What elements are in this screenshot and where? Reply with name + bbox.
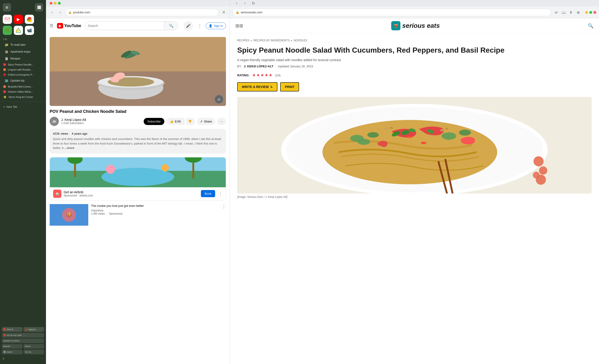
yt-next-more-icon[interactable]: ⋮ (222, 204, 226, 209)
se-share-button[interactable]: ⬆ (568, 9, 574, 16)
se-tabs-button[interactable]: ⊞ (575, 9, 581, 16)
se-lock-icon: 🔒 (236, 11, 239, 14)
yt-video-title: POV Peanut and Chicken Noodle Salad (50, 109, 226, 114)
nav-recipes[interactable]: 📋 Recipes (1, 55, 44, 62)
yt-back-button[interactable]: ‹ (49, 9, 55, 16)
svg-point-48 (445, 128, 448, 130)
bottom-tab-beautif[interactable]: Beautif... (2, 344, 23, 349)
recipe-grilled[interactable]: Grilled Lemongrass P... (0, 72, 46, 77)
chrome-icon[interactable] (25, 15, 34, 24)
youtube-icon[interactable]: ▶ (14, 15, 23, 24)
svg-point-24 (161, 164, 169, 171)
svg-point-40 (459, 130, 471, 136)
recipe-spicy-peanut[interactable]: Spicy Peanut Noodle... (0, 62, 46, 67)
more-button[interactable]: ··· (41, 357, 44, 360)
yt-next-thumbnail[interactable]: 🍪 (50, 204, 88, 226)
breadcrumb-recipes[interactable]: RECIPES (237, 39, 249, 42)
upstate-beautiful[interactable]: Beautiful Mid-Centur... (0, 84, 46, 89)
yt-dislike-button[interactable]: 👎 (186, 118, 195, 125)
yt-user-icon: 👤 (209, 24, 212, 27)
meet-icon[interactable]: 📹 (25, 26, 34, 35)
yt-more-icon[interactable]: ⋮ (197, 23, 202, 28)
yt-more-link[interactable]: ...more (65, 146, 74, 150)
yt-desc-meta: 422K views 4 years ago (53, 132, 223, 135)
upstate-dot (3, 85, 6, 88)
yt-close-btn[interactable] (50, 2, 53, 5)
yt-channel-name: J. Kenji López-Alt (61, 118, 141, 121)
yt-min-btn[interactable] (54, 2, 57, 5)
drive-icon[interactable] (14, 26, 23, 35)
yt-video-section: JK POV Peanut and Chicken Noodle Salad J… (46, 33, 230, 157)
add-tab-button[interactable]: + (2, 357, 4, 361)
star-icon: ⭐ (3, 95, 7, 99)
recipe-dot (3, 73, 6, 76)
breadcrumb-noodles[interactable]: NOODLES (294, 39, 307, 42)
se-search-icon[interactable]: 🔍 (588, 23, 593, 28)
yt-logo-text: YouTube (64, 23, 81, 28)
yt-address-bar[interactable]: 🔒 youtube.com (65, 9, 219, 16)
yt-thumbnail[interactable]: JK (50, 37, 226, 106)
se-min-btn[interactable] (585, 11, 588, 14)
yt-ad-info: Get an Airbnb Sponsored · airbnb.com (64, 190, 199, 197)
upstate-hudson-valley[interactable]: Hudson Valley Attrac... (0, 89, 46, 94)
se-forward-button[interactable]: › (242, 0, 248, 6)
storm-king[interactable]: ⭐ Storm King Art Center (0, 94, 46, 100)
se-refresh-button[interactable]: ↻ (250, 0, 256, 6)
yt-close-tab-button[interactable]: ✕ (220, 9, 227, 16)
recipes-icon: 📋 (5, 57, 9, 61)
se-max-btn[interactable] (589, 11, 592, 14)
se-author-link[interactable]: J. KENJI LÓPEZ-ALT (244, 65, 273, 68)
yt-share-button[interactable]: ↗ Share (197, 118, 215, 125)
yt-search-bar[interactable]: 🔍 (85, 21, 178, 30)
se-article-title: Spicy Peanut Noodle Salad With Cucumbers… (237, 46, 592, 54)
nav-to-read-later[interactable]: 📁 To read later (1, 42, 44, 48)
nav-upstate-trip[interactable]: 🗺️ Upstate trip (1, 78, 44, 84)
yt-ad-card: 🏠 Get an Airbnb Sponsored · airbnb.com B… (50, 157, 226, 200)
os-icon-2[interactable]: ⬜ (35, 3, 43, 11)
yt-ad-content: 🏠 Get an Airbnb Sponsored · airbnb.com B… (50, 187, 226, 200)
se-star-1: ★ (252, 73, 256, 78)
bottom-tabs: 🔴 POV P... 🌶️ Spicy P... 🔴 lofi hip hop … (0, 325, 46, 355)
yt-hamburger-icon[interactable]: ☰ (50, 23, 53, 28)
svg-point-49 (421, 142, 426, 144)
yt-search-button[interactable]: 🔍 (164, 22, 178, 30)
yt-window-controls (48, 2, 62, 5)
bottom-tab-ten-mi[interactable]: Ten Mi... (23, 349, 44, 354)
bottom-tab-moma[interactable]: 🏛️ MoMA (2, 349, 23, 354)
yt-subscribe-button[interactable]: Subscribe (144, 118, 164, 125)
nav-apartment-inspo[interactable]: 🏠 Apartment inspo (1, 49, 44, 55)
se-bookmark-button[interactable]: ⇄ (553, 9, 559, 16)
se-browser-nav: ‹ › ↻ (234, 0, 256, 6)
yt-max-btn[interactable] (58, 2, 61, 5)
airbnb-icon: 🏠 (53, 190, 61, 198)
yt-ad-book-button[interactable]: Book (201, 190, 215, 197)
bottom-tab-storm[interactable]: Storm... (23, 344, 44, 349)
new-tab-button[interactable]: + New Tab (0, 104, 46, 110)
yt-like-button[interactable]: 👍 8.5K (167, 118, 185, 125)
se-close-btn[interactable] (593, 11, 596, 14)
yt-mic-button[interactable]: 🎤 (184, 21, 193, 30)
bottom-tab-lofi[interactable]: 🔴 lofi hip hop radio 🎵... (2, 333, 44, 338)
se-grid-icon[interactable]: ⊞⊞ (235, 23, 243, 28)
yt-more-actions-button[interactable]: ··· (217, 118, 226, 125)
yt-search-input[interactable] (85, 22, 164, 30)
bottom-tab-pov[interactable]: 🔴 POV P... (2, 327, 23, 332)
yt-ad-sponsored: Sponsored · airbnb.com (64, 194, 199, 197)
se-address-bar[interactable]: 🔒 seriouseats.com (233, 9, 551, 16)
se-back-button[interactable]: ‹ (234, 0, 240, 6)
se-reader-button[interactable]: 📖 (560, 9, 567, 16)
breadcrumb-recipes-by-ingredients[interactable]: RECIPES BY INGREDIENTS (254, 39, 290, 42)
se-write-review-button[interactable]: WRITE A REVIEW ↳ (237, 82, 277, 91)
yt-sign-in-button[interactable]: 👤 Sign in (206, 23, 226, 29)
se-print-button[interactable]: PRINT (280, 82, 299, 91)
se-star-2: ★ (256, 73, 260, 78)
se-toolbar-actions: ⇄ 📖 ⬆ ⊞ (553, 9, 581, 16)
yt-forward-button[interactable]: › (57, 9, 63, 16)
bottom-tab-upstate-winery[interactable]: upstate ny winery (2, 338, 44, 343)
green-app-icon[interactable]: 🌿 (3, 26, 12, 35)
gmail-icon[interactable] (3, 15, 12, 24)
bottom-tab-spicy[interactable]: 🌶️ Spicy P... (23, 327, 44, 332)
yt-ad-more-icon[interactable]: ⋮ (218, 191, 222, 196)
recipe-linguini[interactable]: Linguini with Roaste... (0, 67, 46, 72)
os-icon-1[interactable]: ⊞ (3, 3, 11, 11)
